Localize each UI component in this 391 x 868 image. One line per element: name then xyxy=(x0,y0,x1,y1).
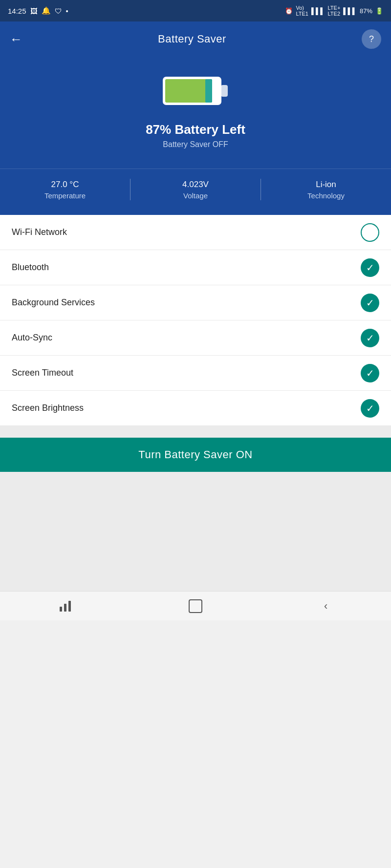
svg-rect-1 xyxy=(165,79,212,103)
alarm-icon: ⏰ xyxy=(285,7,293,15)
bg-check-mark: ✓ xyxy=(366,298,374,308)
battery-icon: 🔋 xyxy=(375,7,383,15)
screen-timeout-toggle[interactable]: ✓ xyxy=(361,364,379,382)
turn-battery-saver-on-button[interactable]: Turn Battery Saver ON xyxy=(0,438,391,472)
lte1-icon: Vo)LTE1 xyxy=(296,5,308,17)
stat-temp-label: Temperature xyxy=(0,191,130,200)
home-button[interactable] xyxy=(181,596,210,616)
svg-rect-2 xyxy=(205,79,212,103)
page-title: Battery Saver xyxy=(158,33,226,45)
stat-technology: Li-ion Technology xyxy=(261,180,391,200)
background-services-item[interactable]: Background Services ✓ xyxy=(0,285,391,320)
auto-sync-check-mark: ✓ xyxy=(366,333,374,343)
screen-brightness-toggle[interactable]: ✓ xyxy=(361,399,379,418)
screen-brightness-item[interactable]: Screen Brightness ✓ xyxy=(0,391,391,426)
auto-sync-toggle[interactable]: ✓ xyxy=(361,329,379,347)
shield-icon: 🛡 xyxy=(55,7,62,15)
status-right: ⏰ Vo)LTE1 ▌▌▌ LTE+LTE2 ▌▌▌ 87% 🔋 xyxy=(285,5,383,17)
status-time: 14:25 xyxy=(8,7,26,15)
stat-temperature: 27.0 °C Temperature xyxy=(0,180,130,200)
nav-bar: › xyxy=(0,591,391,620)
battery-visual xyxy=(161,71,230,110)
home-icon xyxy=(189,599,202,613)
stat-voltage: 4.023V Voltage xyxy=(130,180,261,200)
status-left: 14:25 🖼 🔔 🛡 • xyxy=(8,6,68,15)
battery-percent: 87% xyxy=(360,7,372,15)
bluetooth-item[interactable]: Bluetooth ✓ xyxy=(0,250,391,285)
extra-space xyxy=(0,484,391,591)
stat-tech-label: Technology xyxy=(261,191,391,200)
battery-percent-text: 87% Battery Left xyxy=(146,122,245,137)
bell-icon: 🔔 xyxy=(42,6,51,15)
battery-hero: 87% Battery Left Battery Saver OFF xyxy=(0,57,391,169)
screen-timeout-check-mark: ✓ xyxy=(366,368,374,378)
screen-timeout-item[interactable]: Screen Timeout ✓ xyxy=(0,356,391,391)
auto-sync-item[interactable]: Auto-Sync ✓ xyxy=(0,320,391,356)
signal1-icon: ▌▌▌ xyxy=(311,7,325,15)
status-bar: 14:25 🖼 🔔 🛡 • ⏰ Vo)LTE1 ▌▌▌ LTE+LTE2 ▌▌▌… xyxy=(0,0,391,21)
battery-icon-wrap xyxy=(161,71,230,112)
stat-tech-value: Li-ion xyxy=(261,180,391,190)
back-nav-button[interactable]: › xyxy=(311,596,341,616)
background-services-label: Background Services xyxy=(12,297,95,308)
wifi-network-item[interactable]: Wi-Fi Network xyxy=(0,215,391,250)
battery-saver-status: Battery Saver OFF xyxy=(163,140,228,149)
lte2-icon: LTE+LTE2 xyxy=(328,5,341,17)
recents-icon xyxy=(60,601,71,612)
screen-brightness-check-mark: ✓ xyxy=(366,403,374,413)
screen-timeout-label: Screen Timeout xyxy=(12,368,73,378)
stats-row: 27.0 °C Temperature 4.023V Voltage Li-io… xyxy=(0,169,391,215)
bluetooth-label: Bluetooth xyxy=(12,262,49,273)
wifi-network-toggle[interactable] xyxy=(361,223,379,242)
signal2-icon: ▌▌▌ xyxy=(343,7,357,15)
recents-button[interactable] xyxy=(50,596,80,616)
top-bar: ← Battery Saver ? xyxy=(0,21,391,57)
wifi-network-label: Wi-Fi Network xyxy=(12,227,67,237)
bluetooth-toggle[interactable]: ✓ xyxy=(361,258,379,277)
stat-voltage-label: Voltage xyxy=(130,191,261,200)
screen-brightness-label: Screen Brightness xyxy=(12,403,84,413)
background-services-toggle[interactable]: ✓ xyxy=(361,294,379,312)
bluetooth-check-mark: ✓ xyxy=(366,263,374,273)
bottom-section: Turn Battery Saver ON xyxy=(0,426,391,484)
stat-temp-value: 27.0 °C xyxy=(0,180,130,190)
photo-icon: 🖼 xyxy=(30,7,38,15)
dot-icon: • xyxy=(66,7,68,15)
settings-list: Wi-Fi Network Bluetooth ✓ Background Ser… xyxy=(0,215,391,426)
auto-sync-label: Auto-Sync xyxy=(12,333,52,343)
stat-voltage-value: 4.023V xyxy=(130,180,261,190)
back-nav-icon: › xyxy=(324,600,327,613)
svg-rect-3 xyxy=(221,85,228,97)
help-button[interactable]: ? xyxy=(362,29,381,49)
back-button[interactable]: ← xyxy=(10,32,22,47)
